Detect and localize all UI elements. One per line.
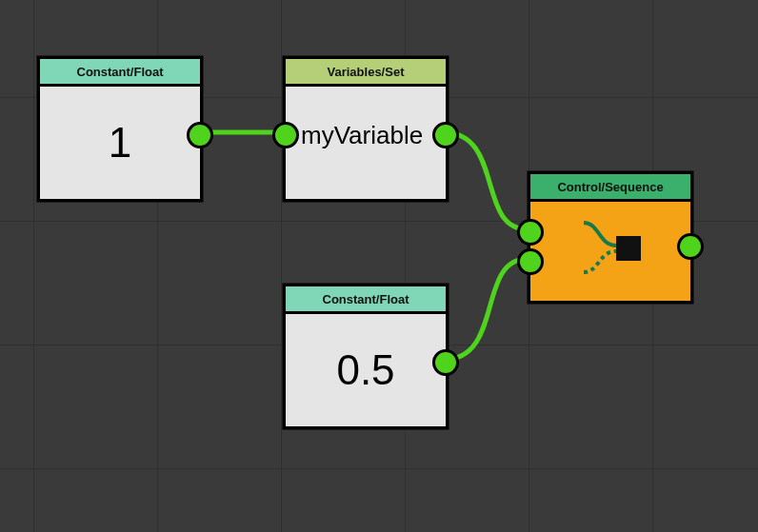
- output-port[interactable]: [187, 122, 213, 148]
- output-port[interactable]: [677, 233, 704, 260]
- node-variables-set[interactable]: Variables/Set myVariable: [283, 56, 449, 202]
- node-body: 0.5: [286, 314, 446, 426]
- node-header: Control/Sequence: [530, 174, 690, 202]
- input-port[interactable]: [272, 122, 299, 148]
- variable-name: myVariable: [301, 121, 423, 150]
- node-control-sequence[interactable]: Control/Sequence: [528, 171, 693, 304]
- svg-rect-0: [616, 236, 641, 261]
- node-header: Constant/Float: [286, 286, 446, 314]
- node-header: Constant/Float: [40, 59, 200, 87]
- node-body: myVariable: [286, 87, 446, 199]
- sequence-icon: [563, 213, 658, 289]
- node-constant-float-05[interactable]: Constant/Float 0.5: [283, 284, 449, 429]
- node-header: Variables/Set: [286, 59, 446, 87]
- input-port-1[interactable]: [517, 219, 544, 246]
- output-port[interactable]: [432, 122, 459, 148]
- output-port[interactable]: [432, 349, 459, 376]
- constant-value: 0.5: [286, 314, 446, 426]
- input-port-2[interactable]: [517, 248, 544, 275]
- constant-value: 1: [40, 87, 200, 199]
- node-constant-float-1[interactable]: Constant/Float 1: [37, 56, 203, 202]
- node-body: 1: [40, 87, 200, 199]
- node-body: [530, 202, 690, 301]
